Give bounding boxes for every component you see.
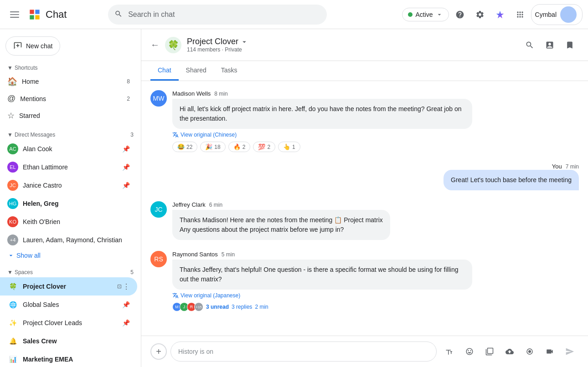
home-icon: 🏠	[7, 76, 17, 87]
reaction-point[interactable]: 👆 1	[278, 142, 300, 152]
thread-avatars: M J R +15	[172, 302, 203, 311]
spaces-label: Spaces	[15, 269, 129, 275]
global-sales-pin: 📌	[122, 301, 130, 308]
active-label: Active	[415, 11, 433, 18]
more-icon[interactable]: ⋮	[123, 282, 130, 291]
fire-emoji: 🔥	[233, 143, 241, 150]
add-button[interactable]: +	[150, 343, 167, 360]
dm-section[interactable]: ▼ Direct Messages 3	[0, 128, 141, 140]
janice-label: Janice Castro	[23, 182, 118, 189]
reaction-party[interactable]: 🎉 18	[200, 142, 225, 152]
jeffrey-body: Jeffrey Clark 6 min Thanks Madison! Here…	[172, 201, 390, 240]
message-input[interactable]: History is on	[170, 342, 437, 362]
ethan-pin: 📌	[122, 163, 130, 171]
madison-avatar: MW	[150, 90, 167, 107]
help-button[interactable]	[451, 5, 469, 24]
spaces-section[interactable]: ▼ Spaces 5	[0, 265, 141, 277]
tab-chat[interactable]: Chat	[150, 61, 179, 81]
alan-pin: 📌	[122, 145, 130, 153]
record-button[interactable]	[521, 342, 539, 361]
sidebar-item-mentions[interactable]: @ Mentions 2	[0, 90, 137, 107]
clover-leads-icon: ✨	[7, 317, 18, 328]
raymond-body: Raymond Santos 5 min Thanks Jeffery, tha…	[172, 251, 472, 311]
app-logo: Chat	[27, 7, 67, 22]
point-count: 1	[292, 144, 295, 150]
brand-area[interactable]: Cymbal	[531, 4, 583, 25]
chat-title[interactable]: Project Clover	[187, 37, 515, 46]
madison-header: Madison Wells 8 min	[172, 90, 472, 97]
sales-crew-label: Sales Crew	[23, 337, 130, 345]
new-chat-button[interactable]: New chat	[5, 36, 60, 56]
sidebar-item-clover-leads[interactable]: ✨ Project Clover Leads 📌	[0, 314, 137, 332]
laugh-count: 22	[186, 144, 192, 150]
reaction-100[interactable]: 💯 2	[253, 142, 275, 152]
svg-rect-2	[10, 17, 19, 18]
top-bar: Chat Active Cymbal	[0, 0, 588, 29]
raymond-thread[interactable]: M J R +15 3 unread 3 replies 2 min	[172, 302, 472, 311]
format-text-button[interactable]	[440, 342, 459, 361]
apps-grid-button[interactable]	[511, 5, 529, 24]
sidebar-item-dm-alan[interactable]: AC Alan Cook 📌	[0, 140, 137, 158]
sidebar-item-global-sales[interactable]: 🌐 Global Sales 📌	[0, 296, 137, 314]
sidebar-item-home[interactable]: 🏠 Home 8	[0, 73, 137, 90]
tasks-button[interactable]	[561, 36, 579, 54]
helen-label: Helen, Greg	[23, 200, 130, 207]
sidebar-item-dm-ethan[interactable]: EL Ethan Lattimore 📌	[0, 158, 137, 176]
menu-button[interactable]	[5, 5, 24, 24]
starred-icon: ☆	[7, 111, 15, 121]
raymond-translate[interactable]: View original (Japanese)	[172, 292, 472, 299]
active-status-button[interactable]: Active	[402, 8, 449, 21]
shortcuts-label: Shortcuts	[15, 65, 134, 71]
thread-av-more: +15	[194, 302, 203, 311]
back-button[interactable]: ←	[150, 40, 160, 50]
madison-translate[interactable]: View original (Chinese)	[172, 132, 472, 138]
sidebar-item-project-clover[interactable]: 🍀 Project Clover ⊡ ⋮	[0, 277, 137, 296]
dm-chevron: ▼	[7, 132, 13, 138]
raymond-bubble: Thanks Jeffery, that's helpful! One ques…	[172, 260, 472, 290]
tab-shared[interactable]: Shared	[179, 61, 214, 81]
dm-show-all-label: Show all	[16, 252, 41, 259]
alan-avatar: AC	[7, 143, 18, 154]
100-emoji: 💯	[258, 143, 265, 150]
svg-rect-1	[10, 14, 19, 15]
gemini-button[interactable]	[491, 5, 509, 24]
shortcuts-section[interactable]: ▼ Shortcuts	[0, 61, 141, 73]
sidebar-item-dm-helen[interactable]: HG Helen, Greg	[0, 194, 137, 213]
settings-button[interactable]	[471, 5, 489, 24]
shortcuts-chevron: ▼	[7, 65, 13, 71]
tab-tasks[interactable]: Tasks	[214, 61, 245, 81]
sidebar-item-dm-janice[interactable]: JC Janice Castro 📌	[0, 176, 137, 194]
search-input[interactable]	[108, 5, 327, 25]
spaces-chevron: ▼	[7, 269, 13, 275]
user-avatar[interactable]	[560, 6, 577, 23]
self-bubble: Great! Let's touch base before the meeti…	[444, 170, 579, 190]
reaction-fire[interactable]: 🔥 2	[228, 142, 251, 152]
main-chat: ← 🍀 Project Clover 114 members · Private…	[141, 29, 588, 367]
sidebar-item-dm-keith[interactable]: KO Keith O'Brien	[0, 213, 137, 231]
sidebar-item-marketing[interactable]: 📊 Marketing EMEA	[0, 350, 137, 367]
sidebar-item-sales-crew[interactable]: 🔔 Sales Crew	[0, 332, 137, 350]
reaction-laugh[interactable]: 😂 22	[172, 142, 197, 152]
sales-crew-icon: 🔔	[7, 336, 18, 347]
100-count: 2	[267, 144, 270, 150]
dm-show-all[interactable]: Show all	[0, 249, 141, 262]
emoji-button[interactable]	[460, 342, 479, 361]
video-icon-sm[interactable]: ⊡	[117, 283, 122, 290]
alan-label: Alan Cook	[23, 145, 118, 153]
keith-avatar: KO	[7, 216, 18, 227]
video-button[interactable]	[541, 342, 559, 361]
upload-button[interactable]	[500, 342, 519, 361]
chat-search-button[interactable]	[521, 36, 539, 54]
svg-rect-0	[10, 11, 19, 12]
video-call-button[interactable]	[541, 36, 559, 54]
input-placeholder: History is on	[178, 348, 213, 355]
madison-name: Madison Wells	[172, 90, 211, 97]
attachment-button[interactable]	[480, 342, 499, 361]
chat-header-info: Project Clover 114 members · Private	[187, 37, 515, 53]
send-button[interactable]	[561, 342, 579, 361]
sidebar-item-dm-lauren[interactable]: +4 Lauren, Adam, Raymond, Christian	[0, 231, 137, 249]
input-actions	[440, 342, 579, 361]
sidebar-item-starred[interactable]: ☆ Starred	[0, 107, 137, 124]
chat-tabs: Chat Shared Tasks	[141, 61, 588, 81]
helen-avatar: HG	[7, 198, 18, 209]
